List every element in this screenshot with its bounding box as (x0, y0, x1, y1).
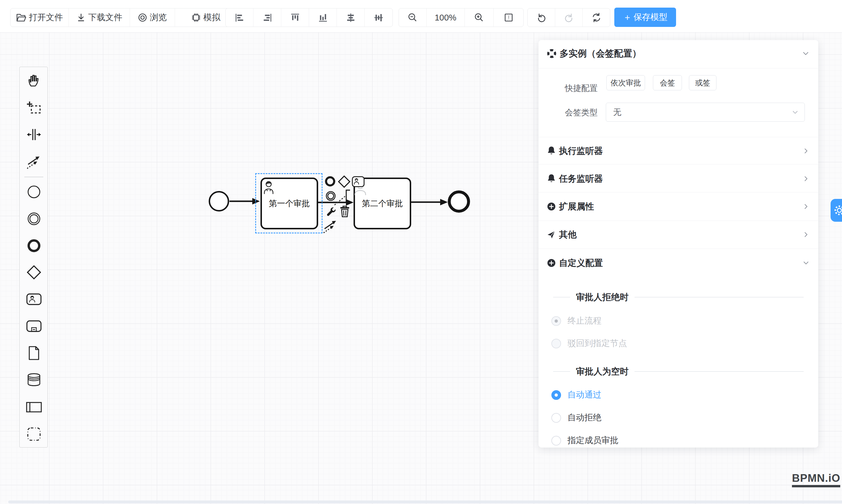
align-bottom-icon (318, 13, 328, 22)
zoom-out-icon (408, 13, 418, 22)
chevron-down-icon (791, 108, 799, 116)
user-task-icon (27, 293, 41, 305)
create-data-store[interactable] (20, 371, 48, 389)
align-center-vertical-button[interactable] (337, 8, 365, 26)
start-event[interactable] (209, 191, 229, 212)
radio-icon (551, 339, 561, 348)
chevron-down-icon (801, 49, 810, 58)
redo-icon (564, 13, 574, 22)
user-icon (263, 180, 275, 195)
browse-button[interactable]: 浏览 (130, 8, 175, 26)
append-task-icon[interactable] (352, 176, 365, 187)
divider (634, 371, 804, 372)
radio-auto-reject[interactable]: 自动拒绝 (551, 412, 601, 424)
section-other[interactable]: 其他 (547, 226, 810, 244)
section-label: 扩展属性 (559, 201, 799, 213)
radio-terminate-process[interactable]: 终止流程 (551, 315, 601, 327)
subprocess-icon (27, 320, 41, 332)
create-start-event[interactable] (20, 183, 48, 201)
panel-title: 多实例（会签配置） (560, 48, 641, 60)
radio-label: 自动拒绝 (567, 412, 601, 424)
save-model-button[interactable]: ＋ 保存模型 (614, 7, 676, 27)
lasso-tool[interactable] (20, 99, 48, 116)
align-bottom-button[interactable] (309, 8, 337, 26)
redo-button[interactable] (555, 8, 583, 26)
top-toolbar: 打开文件 下载文件 浏览 (0, 0, 842, 33)
radio-designated-member[interactable]: 指定成员审批 (551, 435, 618, 446)
undo-button[interactable] (528, 8, 555, 26)
create-data-object[interactable] (20, 344, 48, 362)
simulate-label: 模拟 (204, 12, 221, 23)
panel-toggle-tab[interactable] (830, 199, 842, 222)
save-model-label: 保存模型 (634, 12, 668, 23)
radio-icon (551, 413, 561, 423)
append-end-event-icon[interactable] (324, 176, 336, 187)
create-end-event[interactable] (20, 237, 48, 254)
gateway-icon (27, 265, 41, 280)
create-user-task[interactable] (20, 290, 48, 308)
connect-icon[interactable] (323, 219, 338, 233)
download-file-button[interactable]: 下载文件 (69, 8, 130, 26)
quick-option-orsign[interactable]: 或签 (689, 75, 716, 90)
align-top-icon (290, 13, 300, 22)
group-icon (27, 427, 41, 441)
lasso-icon (27, 101, 41, 114)
open-file-button[interactable]: 打开文件 (11, 8, 69, 26)
create-participant[interactable] (20, 398, 48, 416)
space-tool[interactable] (20, 126, 48, 143)
create-subprocess[interactable] (20, 317, 48, 335)
bpmn-io-logo-underline (792, 485, 840, 487)
end-event[interactable] (448, 191, 470, 213)
radio-return-to-node[interactable]: 驳回到指定节点 (551, 338, 627, 349)
zoom-in-icon (474, 13, 484, 22)
create-intermediate-event[interactable] (20, 210, 48, 228)
quick-option-countersign[interactable]: 会签 (653, 75, 682, 90)
radio-label: 自动通过 (567, 389, 601, 401)
change-type-wrench-icon[interactable] (326, 206, 337, 217)
panel-header[interactable]: 多实例（会签配置） (547, 47, 810, 60)
global-connect-tool[interactable] (20, 153, 48, 170)
append-intermediate-event-icon[interactable] (325, 190, 337, 202)
align-center-horizontal-button[interactable] (365, 8, 392, 26)
task-label: 第二个审批 (362, 198, 403, 209)
quick-config-label: 快捷配置 (539, 83, 598, 94)
section-task-listener[interactable]: 任务监听器 (547, 170, 810, 187)
zoom-level[interactable]: 100% (427, 8, 465, 26)
zoom-out-button[interactable] (399, 8, 427, 26)
divider (539, 137, 818, 137)
end-event-icon (27, 239, 41, 253)
countersign-type-value: 无 (606, 107, 791, 118)
align-top-button[interactable] (281, 8, 309, 26)
bpmn-io-logo[interactable]: BPMN.iO (792, 472, 840, 487)
data-store-icon (27, 373, 41, 386)
append-gateway-icon[interactable] (338, 175, 351, 188)
reset-button[interactable] (583, 8, 610, 26)
radio-icon (551, 316, 561, 326)
quick-option-sequential[interactable]: 依次审批 (607, 75, 645, 90)
align-right-button[interactable] (253, 8, 281, 26)
section-extended-properties[interactable]: 扩展属性 (547, 198, 810, 215)
fit-viewport-button[interactable] (494, 8, 523, 26)
divider (553, 297, 570, 298)
palette-separator (24, 177, 43, 177)
section-label: 任务监听器 (559, 173, 799, 185)
append-text-annotation-icon[interactable] (345, 190, 351, 202)
file-button-group: 打开文件 下载文件 浏览 (10, 8, 237, 27)
radio-label: 指定成员审批 (567, 435, 618, 446)
plus-circle-icon (547, 258, 556, 268)
countersign-type-select[interactable]: 无 (606, 103, 805, 122)
empty-group-title-row: 审批人为空时 (553, 366, 804, 376)
section-execution-listener[interactable]: 执行监听器 (547, 142, 810, 160)
tool-palette (19, 67, 48, 448)
create-group[interactable] (20, 425, 48, 443)
fit-viewport-icon (504, 13, 514, 22)
divider (539, 164, 818, 164)
align-left-button[interactable] (226, 8, 253, 26)
hand-tool[interactable] (20, 71, 48, 89)
download-file-label: 下载文件 (88, 12, 122, 23)
section-custom-config[interactable]: 自定义配置 (547, 254, 810, 272)
radio-auto-pass[interactable]: 自动通过 (551, 389, 601, 401)
create-gateway[interactable] (20, 264, 48, 281)
zoom-in-button[interactable] (465, 8, 494, 26)
delete-trash-icon[interactable] (339, 205, 350, 217)
